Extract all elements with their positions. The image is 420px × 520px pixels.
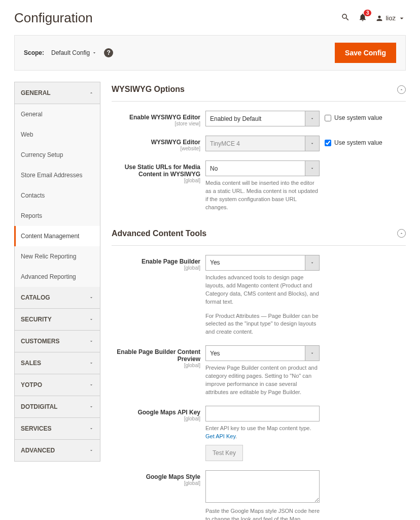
scope-label: Scope: — [24, 49, 44, 56]
field-scope: [store view] — [112, 121, 200, 126]
sidebar-group-security[interactable]: SECURITY — [15, 309, 100, 331]
enable_pb-select[interactable]: Yes — [205, 255, 320, 271]
enable_wysiwyg-select[interactable]: Enabled by Default — [205, 111, 320, 126]
chevron-up-icon — [89, 90, 94, 95]
field-label: Enable Page Builder Content Preview — [112, 348, 200, 363]
field-label: Enable Page Builder — [112, 258, 200, 265]
user-name: lioz — [386, 14, 396, 22]
field-label: Use Static URLs for Media Content in WYS… — [112, 164, 200, 178]
gmaps_style-textarea[interactable] — [205, 470, 320, 503]
sidebar-item-currency-setup[interactable]: Currency Setup — [15, 145, 100, 165]
chevron-down-icon — [89, 404, 94, 409]
sidebar-group-advanced[interactable]: ADVANCED — [15, 440, 100, 461]
page-header: Configuration 3 lioz — [14, 10, 406, 26]
field-gmaps_style: Google Maps Style[global]Paste the Googl… — [112, 470, 406, 520]
sidebar-group-general[interactable]: GENERAL — [15, 82, 100, 104]
chevron-down-icon — [89, 382, 94, 387]
sidebar-item-general[interactable]: General — [15, 104, 100, 124]
field-label: Google Maps API Key — [112, 409, 200, 416]
chevron-down-icon — [92, 50, 97, 55]
sidebar-group-sales[interactable]: SALES — [15, 352, 100, 374]
sidebar-group-customers[interactable]: CUSTOMERS — [15, 331, 100, 352]
scope-selector[interactable]: Default Config — [51, 49, 97, 56]
help-icon[interactable]: ? — [104, 48, 113, 57]
field-static_urls: Use Static URLs for Media Content in WYS… — [112, 160, 406, 212]
bell-icon — [358, 16, 367, 23]
chevron-down-icon — [89, 426, 94, 431]
sidebar-item-new-relic-reporting[interactable]: New Relic Reporting — [15, 246, 100, 267]
use-system-label: Use system value — [334, 139, 382, 146]
dropdown-arrow-icon — [305, 161, 319, 176]
note-link[interactable]: Get API Key — [205, 433, 235, 439]
dropdown-arrow-icon — [305, 346, 319, 361]
main-content: WYSIWYG OptionsEnable WYSIWYG Editor[sto… — [112, 82, 406, 520]
field-note: Includes advanced tools to design page l… — [205, 274, 320, 306]
sidebar-item-store-email-addresses[interactable]: Store Email Addresses — [15, 165, 100, 185]
scope-bar: Scope: Default Config ? Save Config — [14, 35, 406, 71]
sidebar-item-content-management[interactable]: Content Management — [14, 226, 100, 246]
field-note: Paste the Google Maps style JSON code he… — [205, 507, 320, 520]
field-scope: [global] — [112, 363, 200, 368]
field-wysiwyg_editor: WYSIWYG Editor[website]TinyMCE 4Use syst… — [112, 136, 406, 151]
pb_preview-select[interactable]: Yes — [205, 345, 320, 361]
test-key-button[interactable]: Test Key — [205, 445, 243, 461]
chevron-down-icon — [89, 317, 94, 322]
field-note: Enter API key to use the Map content typ… — [205, 425, 320, 441]
sidebar-item-web[interactable]: Web — [15, 124, 100, 145]
sidebar: GENERALGeneralWebCurrency SetupStore Ema… — [14, 82, 100, 462]
dropdown-arrow-icon — [305, 255, 319, 270]
static_urls-select[interactable]: No — [205, 160, 320, 176]
notification-badge: 3 — [364, 10, 372, 16]
sidebar-group-dotdigital[interactable]: DOTDIGITAL — [15, 396, 100, 418]
field-label: Enable WYSIWYG Editor — [112, 114, 200, 121]
field-scope: [global] — [112, 416, 200, 421]
page-title: Configuration — [14, 10, 93, 26]
section-title: Advanced Content Tools — [112, 229, 206, 238]
notifications-button[interactable]: 3 — [358, 13, 367, 23]
chevron-down-icon — [398, 14, 406, 22]
chevron-down-icon — [89, 448, 94, 453]
user-menu[interactable]: lioz — [375, 14, 406, 22]
sidebar-group-yotpo[interactable]: YOTPO — [15, 374, 100, 396]
sidebar-item-advanced-reporting[interactable]: Advanced Reporting — [15, 267, 100, 287]
enable_wysiwyg-use-system-checkbox[interactable] — [325, 115, 331, 121]
search-icon[interactable] — [341, 13, 350, 23]
field-gmaps_key: Google Maps API Key[global]Enter API key… — [112, 406, 406, 461]
collapse-icon[interactable] — [397, 85, 406, 94]
field-note: Media content will be inserted into the … — [205, 179, 320, 212]
dropdown-arrow-icon — [305, 136, 319, 151]
sidebar-item-reports[interactable]: Reports — [15, 206, 100, 226]
field-scope: [global] — [112, 480, 200, 486]
sidebar-group-catalog[interactable]: CATALOG — [15, 287, 100, 309]
use-system-label: Use system value — [334, 114, 382, 121]
sidebar-item-contacts[interactable]: Contacts — [15, 185, 100, 206]
user-icon — [375, 14, 383, 22]
chevron-down-icon — [89, 295, 94, 300]
field-enable_wysiwyg: Enable WYSIWYG Editor[store view]Enabled… — [112, 111, 406, 126]
section-title: WYSIWYG Options — [112, 85, 185, 94]
field-note: Preview Page Builder content on product … — [205, 364, 320, 397]
field-label: Google Maps Style — [112, 473, 200, 480]
save-config-button[interactable]: Save Config — [335, 43, 396, 63]
field-scope: [global] — [112, 178, 200, 183]
field-label: WYSIWYG Editor — [112, 139, 200, 146]
field-scope: [website] — [112, 146, 200, 151]
sidebar-group-services[interactable]: SERVICES — [15, 418, 100, 440]
dropdown-arrow-icon — [305, 111, 319, 126]
collapse-icon[interactable] — [397, 229, 406, 238]
field-scope: [global] — [112, 265, 200, 271]
chevron-down-icon — [89, 361, 94, 366]
chevron-down-icon — [89, 339, 94, 344]
field-pb_preview: Enable Page Builder Content Preview[glob… — [112, 345, 406, 397]
wysiwyg_editor-use-system-checkbox[interactable] — [325, 140, 331, 146]
field-note: For Product Attributes — Page Builder ca… — [205, 312, 320, 337]
gmaps_key-input[interactable] — [205, 406, 320, 421]
field-enable_pb: Enable Page Builder[global]YesIncludes a… — [112, 255, 406, 337]
wysiwyg_editor-select: TinyMCE 4 — [205, 136, 320, 151]
